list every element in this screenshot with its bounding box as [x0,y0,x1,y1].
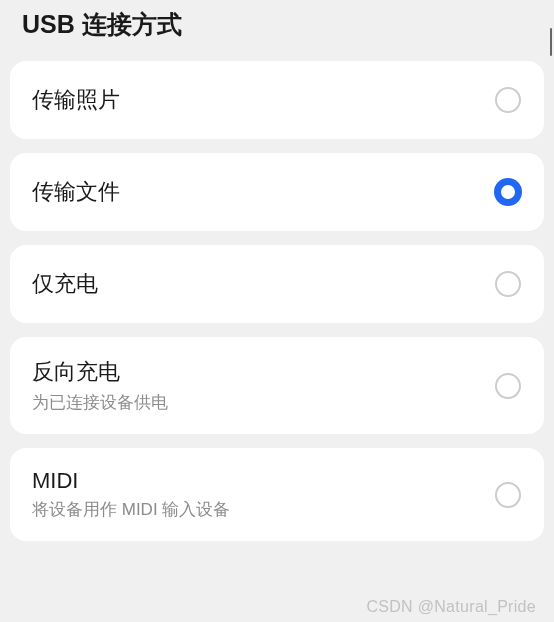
option-label: 反向充电 [32,357,168,387]
option-subtitle: 将设备用作 MIDI 输入设备 [32,498,230,521]
option-transfer-photos[interactable]: 传输照片 [10,61,544,139]
option-subtitle: 为已连接设备供电 [32,391,168,414]
option-label: 传输文件 [32,177,120,207]
usb-options-list: 传输照片 传输文件 仅充电 反向充电 为已连接设备供电 MIDI [0,61,554,541]
radio-selected-icon [494,178,522,206]
option-text: 反向充电 为已连接设备供电 [32,357,168,414]
watermark: CSDN @Natural_Pride [366,598,536,616]
option-transfer-files[interactable]: 传输文件 [10,153,544,231]
option-text: 传输照片 [32,85,120,115]
option-midi[interactable]: MIDI 将设备用作 MIDI 输入设备 [10,448,544,541]
radio-icon [494,86,522,114]
radio-icon [494,178,522,206]
radio-icon [494,372,522,400]
option-label: MIDI [32,468,230,494]
option-reverse-charge[interactable]: 反向充电 为已连接设备供电 [10,337,544,434]
radio-unselected-icon [495,373,521,399]
radio-icon [494,270,522,298]
option-label: 传输照片 [32,85,120,115]
option-text: MIDI 将设备用作 MIDI 输入设备 [32,468,230,521]
header: USB 连接方式 [0,0,554,61]
radio-unselected-icon [495,87,521,113]
radio-unselected-icon [495,271,521,297]
edge-decoration [550,28,552,56]
option-text: 仅充电 [32,269,98,299]
option-label: 仅充电 [32,269,98,299]
radio-icon [494,481,522,509]
page-title: USB 连接方式 [22,8,532,41]
option-text: 传输文件 [32,177,120,207]
option-charge-only[interactable]: 仅充电 [10,245,544,323]
radio-unselected-icon [495,482,521,508]
